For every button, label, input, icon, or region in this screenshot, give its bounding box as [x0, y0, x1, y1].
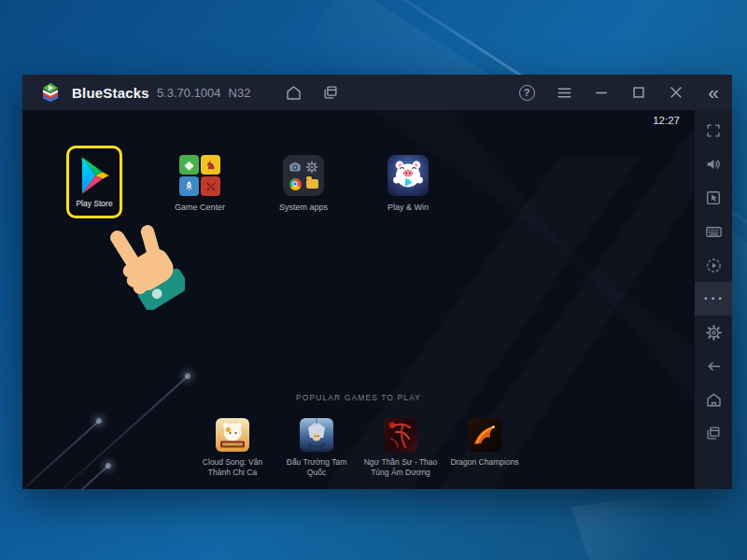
sidebar-fullscreen-button[interactable]: [695, 114, 732, 147]
game-label: Ngư Thần Sư - Thao Túng Âm Dương: [360, 457, 441, 478]
home-screen: 12:27: [22, 110, 695, 489]
app-label: Play Store: [76, 199, 112, 208]
game-cloud-song[interactable]: Cloud Song: Vân Thành Chi Ca: [190, 418, 275, 478]
android-home-icon: [705, 391, 723, 409]
sidebar-back-button[interactable]: [695, 349, 732, 383]
fullscreen-icon: [705, 122, 722, 139]
popular-games-heading: POPULAR GAMES TO PLAY: [22, 393, 695, 402]
cursor-lock-icon: [705, 189, 722, 206]
sidebar-collapse-button[interactable]: «: [695, 75, 732, 110]
app-play-store[interactable]: Play Store: [66, 146, 122, 218]
close-button[interactable]: [657, 75, 695, 110]
maximize-button[interactable]: [620, 75, 657, 110]
diamond-icon: ◆: [179, 155, 199, 175]
app-version: 5.3.70.1004: [157, 86, 221, 100]
menu-button[interactable]: [545, 75, 583, 110]
help-icon: ?: [519, 85, 535, 101]
titlebar: BlueStacks 5.3.70.1004 N32: [22, 75, 732, 110]
app-game-center[interactable]: ◆: [164, 155, 235, 212]
desktop-wallpaper: BlueStacks 5.3.70.1004 N32: [0, 0, 747, 560]
settings-gear-mini-icon: [305, 161, 319, 175]
sidebar-recent-apps-button[interactable]: [695, 416, 732, 450]
toolbar-sidebar: • • •: [695, 110, 732, 489]
game-label: Đấu Trường Tam Quốc: [276, 457, 357, 478]
sidebar-more-button[interactable]: • • •: [695, 282, 732, 315]
game-dau-truong-tam-quoc[interactable]: Đấu Trường Tam Quốc: [275, 418, 359, 478]
collapse-chevrons-icon: «: [708, 82, 719, 104]
app-label: Game Center: [175, 203, 225, 212]
app-label: System apps: [279, 203, 328, 212]
help-button[interactable]: ?: [508, 75, 545, 110]
macro-recorder-icon: [705, 257, 723, 274]
settings-gear-icon: [705, 324, 723, 342]
app-system-apps[interactable]: System apps: [268, 155, 339, 212]
camera-icon: [289, 161, 303, 175]
game-dragon-champions[interactable]: Dragon Champions: [443, 418, 527, 478]
bluestacks-window: BlueStacks 5.3.70.1004 N32: [22, 75, 732, 489]
keyboard-icon: [705, 223, 723, 241]
cloud-song-icon: [216, 418, 249, 452]
game-label: Dragon Champions: [450, 457, 518, 468]
sidebar-home-button[interactable]: [695, 383, 732, 416]
app-label: Play & Win: [388, 203, 429, 212]
chrome-icon: [289, 177, 303, 191]
recent-apps-icon: [705, 425, 722, 441]
system-apps-folder-icon: [283, 155, 324, 196]
maximize-icon: [630, 84, 647, 101]
files-folder-icon: [305, 177, 319, 191]
game-ngu-than-su[interactable]: Ngư Thần Sư - Thao Túng Âm Dương: [359, 418, 443, 478]
wallpaper-window-glow: [571, 483, 740, 560]
system-clock: 12:27: [653, 115, 680, 126]
hamburger-menu-icon: [556, 84, 573, 102]
multi-instance-icon: [322, 84, 339, 101]
window-content: 12:27: [22, 110, 732, 489]
minimize-icon: [593, 84, 610, 101]
titlebar-tabs-button[interactable]: [312, 75, 349, 110]
sidebar-cursor-lock-button[interactable]: [695, 181, 732, 215]
sidebar-settings-button[interactable]: [695, 315, 732, 349]
volume-icon: [705, 156, 722, 173]
more-dots-icon: • • •: [704, 294, 722, 303]
rocket-icon: [179, 176, 199, 196]
titlebar-home-button[interactable]: [275, 75, 312, 110]
app-build: N32: [229, 86, 251, 100]
play-and-win-pig-icon: [388, 155, 429, 196]
home-icon: [285, 84, 303, 102]
minimize-button[interactable]: [583, 75, 620, 110]
knight-icon: [201, 155, 220, 175]
app-play-and-win[interactable]: Play & Win: [373, 155, 444, 212]
ngu-than-su-icon: [384, 418, 417, 452]
sidebar-keyboard-button[interactable]: [695, 215, 732, 248]
play-store-icon: [75, 156, 114, 195]
pointing-hand-cursor-icon: [103, 215, 185, 310]
game-label: Cloud Song: Vân Thành Chi Ca: [192, 457, 273, 478]
crossed-swords-icon: [201, 176, 220, 196]
close-icon: [668, 84, 684, 101]
popular-games-row: Cloud Song: Vân Thành Chi Ca: [22, 418, 695, 478]
sidebar-macro-button[interactable]: [695, 248, 732, 282]
sidebar-volume-button[interactable]: [695, 147, 732, 181]
game-center-icon: ◆: [179, 155, 220, 196]
dau-truong-tam-quoc-icon: [300, 418, 333, 452]
bluestacks-logo-icon: [39, 81, 62, 104]
back-arrow-icon: [705, 357, 723, 375]
app-title: BlueStacks: [72, 85, 149, 101]
dragon-champions-icon: [468, 418, 501, 452]
